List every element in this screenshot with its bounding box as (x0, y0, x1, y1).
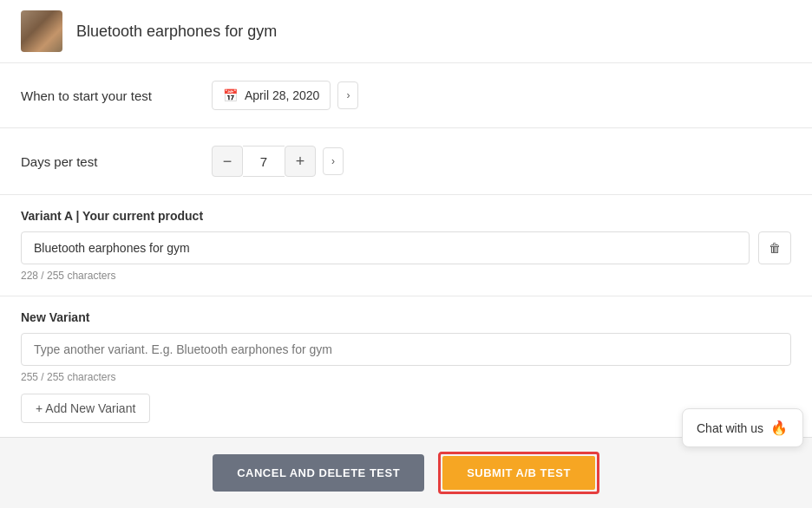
when-to-start-row: When to start your test 📅 April 28, 2020… (0, 63, 812, 128)
when-to-start-label: When to start your test (21, 88, 212, 103)
cancel-delete-button[interactable]: CANCEL AND DELETE TEST (213, 454, 424, 492)
variant-a-input-row: 🗑 (21, 231, 791, 264)
new-variant-label: New Variant (21, 310, 791, 324)
date-value: April 28, 2020 (245, 88, 319, 102)
increment-button[interactable]: + (285, 146, 316, 177)
submit-button-wrapper: SUBMIT A/B TEST (438, 452, 599, 494)
submit-ab-test-button[interactable]: SUBMIT A/B TEST (442, 456, 595, 490)
chat-widget[interactable]: Chat with us 🔥 (682, 408, 803, 447)
stepper-value: 7 (243, 146, 285, 177)
variant-a-char-count: 228 / 255 characters (21, 270, 791, 282)
date-chevron-button[interactable]: › (337, 81, 358, 109)
avatar (21, 10, 62, 52)
header-section: Bluetooth earphones for gym (0, 0, 812, 63)
chevron-right-icon: › (331, 155, 335, 167)
stepper-chevron-button[interactable]: › (323, 147, 344, 175)
avatar-image (21, 10, 62, 52)
days-per-test-row: Days per test − 7 + › (0, 128, 812, 195)
new-variant-char-count: 255 / 255 characters (21, 371, 791, 383)
delete-variant-a-button[interactable]: 🗑 (758, 231, 791, 264)
calendar-icon: 📅 (223, 88, 238, 102)
chat-icon: 🔥 (770, 420, 788, 436)
date-picker-container: 📅 April 28, 2020 › (212, 81, 358, 110)
stepper-container: − 7 + › (212, 146, 344, 177)
variant-a-input[interactable] (21, 231, 750, 264)
add-variant-label: + Add New Variant (36, 401, 135, 415)
chat-widget-label: Chat with us (697, 421, 763, 435)
date-field[interactable]: 📅 April 28, 2020 (212, 81, 331, 110)
footer-section: CANCEL AND DELETE TEST SUBMIT A/B TEST (0, 437, 812, 508)
days-per-test-label: Days per test (21, 154, 212, 169)
variant-a-section: Variant A | Your current product 🗑 228 /… (0, 195, 812, 296)
page-wrapper: Bluetooth earphones for gym When to star… (0, 0, 812, 508)
variant-a-label: Variant A | Your current product (21, 209, 791, 223)
trash-icon: 🗑 (769, 241, 781, 255)
new-variant-input[interactable] (21, 333, 791, 366)
chevron-right-icon: › (346, 89, 350, 101)
product-title: Bluetooth earphones for gym (76, 23, 277, 41)
add-new-variant-button[interactable]: + Add New Variant (21, 394, 150, 423)
decrement-button[interactable]: − (212, 146, 243, 177)
